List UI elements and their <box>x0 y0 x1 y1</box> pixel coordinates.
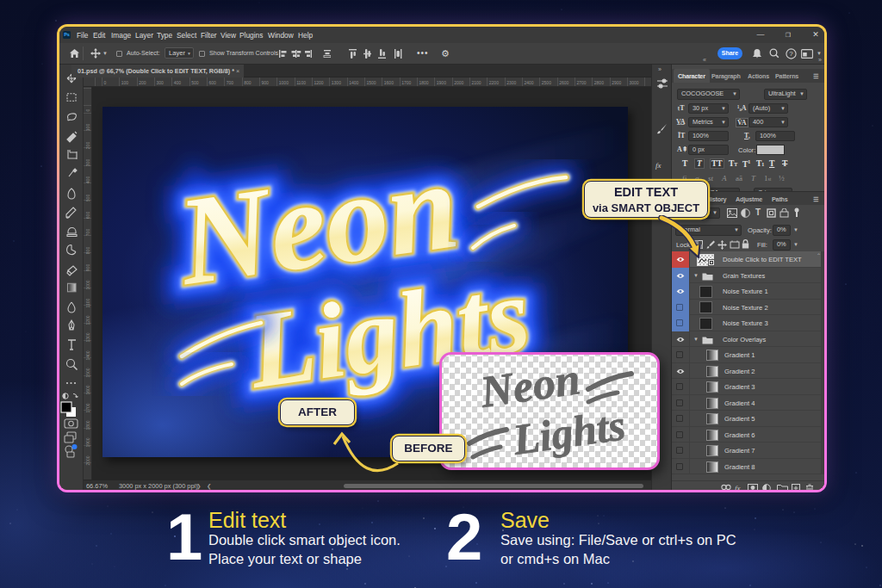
svg-text:?: ? <box>789 50 793 58</box>
